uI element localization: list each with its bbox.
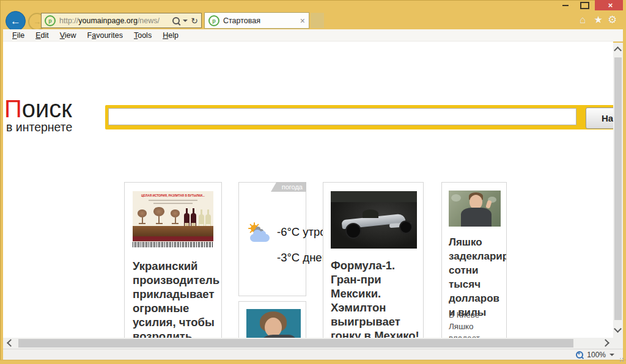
zoom-magnifier-icon	[576, 351, 583, 359]
lyashko-article-image[interactable]	[449, 191, 501, 227]
wine-smalltext-strip	[133, 242, 213, 247]
temperature-day: -3°C днем	[277, 251, 330, 264]
search-submit-button[interactable]: Найти	[586, 107, 613, 129]
maximize-button[interactable]	[576, 0, 593, 10]
weather-widget: погода -6°C утром -3°C днем	[238, 182, 306, 296]
settings-gear-icon[interactable]: ⚙	[608, 15, 617, 26]
horizontal-scrollbar[interactable]	[3, 338, 613, 349]
zoom-control[interactable]: 100%	[576, 351, 614, 359]
back-button[interactable]: ←	[6, 11, 26, 31]
site-favicon: p	[45, 15, 56, 26]
vertical-scrollbar-thumb[interactable]	[614, 57, 622, 320]
news-card-portrait	[238, 301, 306, 338]
close-button[interactable]: ×	[595, 0, 626, 10]
refresh-icon[interactable]: ↻	[191, 16, 198, 25]
news-snippet: В Киеве Ляшко владеет двумя квартирами,	[449, 309, 503, 338]
browser-window: × ← → p http://youmainpage.org/news/ ↻ p…	[0, 0, 626, 364]
menu-help[interactable]: Help	[157, 31, 184, 40]
menu-favourites[interactable]: Favourites	[82, 31, 128, 40]
menu-bar: File Edit View Favourites Tools Help	[3, 29, 623, 42]
wine-image-caption: ЦЕЛАЯ ИСТОРИЯ, РАЗЛИТАЯ В БУТЫЛКИ...	[141, 194, 205, 197]
window-frame	[623, 0, 626, 364]
menu-file[interactable]: File	[7, 31, 30, 40]
scroll-down-icon[interactable]	[614, 325, 622, 333]
favorites-star-icon[interactable]: ★	[594, 15, 603, 26]
scroll-up-icon[interactable]	[614, 46, 622, 54]
weather-tab-label: погода	[271, 182, 306, 192]
menu-tools[interactable]: Tools	[128, 31, 157, 40]
scroll-left-icon[interactable]	[7, 339, 15, 347]
f1-background-shape	[331, 191, 417, 202]
news-card-f1: Формула-1. Гран-при Мексики. Хэмилтон вы…	[323, 182, 424, 338]
window-frame	[0, 360, 626, 364]
f1-cockpit-shape	[363, 209, 378, 218]
scrollbar-corner	[613, 338, 623, 349]
search-icon[interactable]	[172, 17, 180, 24]
minimize-icon	[562, 5, 569, 6]
news-card-wine: ЦЕЛАЯ ИСТОРИЯ, РАЗЛИТАЯ В БУТЫЛКИ... Укр…	[124, 182, 222, 338]
wine-image-subtext-line	[149, 200, 197, 201]
cloud-icon	[250, 234, 270, 242]
horizontal-scrollbar-thumb[interactable]	[18, 339, 573, 348]
forward-arrow-icon: →	[33, 17, 41, 26]
f1-article-image[interactable]	[331, 191, 417, 249]
background-blob	[451, 194, 461, 202]
maximize-icon	[580, 2, 589, 9]
wine-article-image[interactable]: ЦЕЛАЯ ИСТОРИЯ, РАЗЛИТАЯ В БУТЫЛКИ...	[133, 191, 213, 247]
wine-banner-strip	[133, 236, 213, 241]
address-bar[interactable]: p http://youmainpage.org/news/ ↻	[41, 13, 202, 28]
new-tab-button[interactable]	[311, 13, 324, 28]
news-headline[interactable]: Ляшко задеклариро сотни тысяч долларов и…	[449, 235, 503, 319]
tab-title: Стартовая	[223, 16, 260, 25]
close-icon: ×	[608, 1, 613, 10]
home-icon[interactable]: ⌂	[580, 15, 586, 26]
news-headline[interactable]: Украинский производитель прикладывает ог…	[133, 259, 217, 338]
f1-wheel-shape	[345, 223, 361, 239]
logo-subtitle: в интернете	[6, 122, 72, 134]
search-form: Найти	[105, 105, 613, 129]
tab-close-icon[interactable]: ×	[300, 16, 305, 26]
zoom-level: 100%	[587, 351, 606, 359]
url-text: http://youmainpage.org/news/	[59, 16, 160, 25]
chevron-down-icon[interactable]	[183, 20, 188, 22]
scroll-right-icon[interactable]	[602, 339, 609, 347]
address-bar-icons: ↻	[172, 16, 198, 25]
wine-image-subtext-line	[153, 203, 193, 204]
wine-glass-shape	[153, 207, 164, 224]
thumbs-up-shape	[485, 200, 492, 209]
portrait-article-image[interactable]	[246, 309, 301, 338]
resize-grip[interactable]	[622, 360, 624, 362]
search-input[interactable]	[108, 108, 576, 125]
news-headline[interactable]: Формула-1. Гран-при Мексики. Хэмилтон вы…	[331, 258, 420, 338]
wine-glass-shape	[171, 209, 180, 224]
status-bar: 100%	[3, 349, 623, 360]
f1-wheel-shape	[399, 220, 413, 234]
wine-glass-shape	[138, 209, 147, 224]
site-logo: Поиск в интернете	[4, 96, 72, 134]
logo-title: Поиск	[4, 96, 72, 121]
news-card-lyashko: Ляшко задеклариро сотни тысяч долларов и…	[441, 182, 507, 338]
zoom-dropdown-icon[interactable]	[609, 354, 614, 356]
tab-favicon: p	[208, 15, 219, 26]
lyashko-body-shape	[461, 208, 492, 227]
sun-cloud-icon	[246, 220, 274, 247]
menu-edit[interactable]: Edit	[30, 31, 54, 40]
menu-view[interactable]: View	[54, 31, 82, 40]
minimize-button[interactable]	[558, 0, 573, 10]
page-viewport: Поиск в интернете Найти ЦЕЛАЯ ИСТОРИЯ, Р…	[3, 42, 613, 338]
vertical-scrollbar[interactable]	[613, 43, 623, 338]
tab-startovaya[interactable]: p Стартовая ×	[204, 12, 309, 29]
back-arrow-icon: ←	[10, 15, 21, 27]
wine-table-shape	[133, 226, 213, 236]
